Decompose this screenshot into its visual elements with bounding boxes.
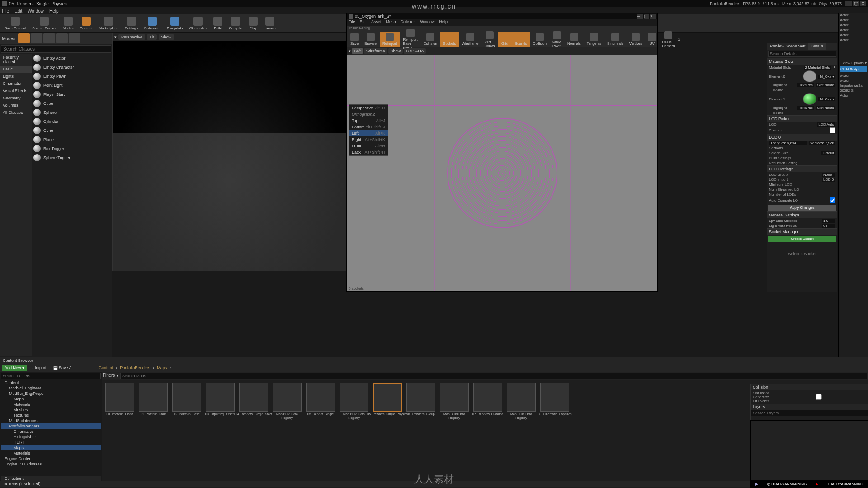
tb-compile[interactable]: Compile	[226, 16, 245, 31]
view-front[interactable]: FrontAlt+H	[349, 143, 388, 149]
asset-item[interactable]: 06_Renders_Group	[406, 383, 436, 416]
tb-marketplace[interactable]: Marketplace	[96, 16, 122, 31]
mat-ref-0[interactable]: M_Oxy ▾	[818, 75, 835, 79]
me-tb-uv[interactable]: UV	[645, 32, 659, 47]
level-viewport[interactable]: ▾ Perspective Lit Show	[112, 33, 346, 271]
asset-item[interactable]: Map Build Data Registry	[439, 383, 470, 419]
outliner-row[interactable]: ImportanceSa	[839, 83, 868, 88]
cat-volumes[interactable]: Volumes	[0, 102, 32, 109]
mesh-viewport[interactable]: PerspectiveAlt+G Orthographic TopAlt+J B…	[347, 55, 657, 291]
me-tb-resetcam[interactable]: Reset Camera	[659, 30, 677, 49]
search-maps-input[interactable]	[120, 373, 867, 379]
lod-picker-dropdown[interactable]: LOD Auto	[817, 122, 835, 127]
tb-cinematics[interactable]: Cinematics	[187, 16, 210, 31]
actor-boxtrigger[interactable]: Box Trigger	[32, 144, 112, 153]
actor-empty[interactable]: Empty Actor	[32, 54, 112, 63]
me-tb-collision2[interactable]: Collision	[530, 32, 549, 47]
me-tb-save[interactable]: Save	[348, 32, 361, 47]
asset-item[interactable]: Map Build Data Registry	[272, 383, 302, 419]
mode-landscape-icon[interactable]	[43, 33, 55, 43]
me-tb-vertices[interactable]: Vertices	[627, 32, 645, 47]
asset-item[interactable]: 07_Renders_Diorama	[472, 383, 503, 416]
sim-hit-checkbox[interactable]	[771, 394, 866, 400]
me-tb-tangents[interactable]: Tangents	[584, 32, 604, 47]
collections-header[interactable]: Collections	[1, 476, 101, 481]
me-tb-vertcolors[interactable]: Vert Colors	[481, 30, 497, 49]
mat-thumb-1[interactable]	[803, 93, 816, 105]
viewport-scene[interactable]	[113, 41, 346, 271]
tree-item[interactable]: Materials	[1, 402, 101, 407]
me-tb-reimportbase[interactable]: Reimport Base Mesh	[400, 28, 420, 51]
tree-item[interactable]: ModSci_EngiProps	[1, 391, 101, 396]
view-right[interactable]: RightAlt+Shift+K	[349, 136, 388, 143]
outliner-row[interactable]: Actor	[839, 18, 868, 23]
add-slot-icon[interactable]: +	[833, 65, 835, 70]
actor-cube[interactable]: Cube	[32, 99, 112, 108]
actor-plane[interactable]: Plane	[32, 135, 112, 144]
view-back[interactable]: BackAlt+Shift+H	[349, 149, 388, 155]
breadcrumb[interactable]: Content	[99, 366, 113, 370]
tree-item[interactable]: HDRI	[1, 440, 101, 445]
tree-item[interactable]: Textures	[1, 413, 101, 418]
tree-item[interactable]: Cinematics	[1, 429, 101, 434]
menu-help[interactable]: Help	[49, 9, 59, 14]
section-lod-picker[interactable]: LOD Picker	[767, 116, 837, 122]
me-tb-collision[interactable]: Collision	[421, 32, 440, 47]
filters-button[interactable]: Filters ▾	[103, 373, 118, 379]
menu-edit[interactable]: Edit	[14, 9, 22, 14]
me-menu-help[interactable]: Help	[439, 19, 448, 26]
tree-item[interactable]: Meshes	[1, 407, 101, 413]
lod-custom-checkbox[interactable]	[830, 127, 835, 133]
me-vp-show[interactable]: Show	[388, 48, 403, 54]
me-tb-browse[interactable]: Browse	[362, 32, 379, 47]
view-top[interactable]: TopAlt+J	[349, 117, 388, 124]
apply-changes-button[interactable]: Apply Changes	[768, 205, 836, 211]
details-search[interactable]	[768, 51, 836, 57]
actor-spheretrigger[interactable]: Sphere Trigger	[32, 153, 112, 162]
layers-header[interactable]: Layers	[751, 404, 868, 410]
actor-sphere[interactable]: Sphere	[32, 108, 112, 117]
close-button[interactable]: ×	[860, 1, 866, 6]
me-vp-lodauto[interactable]: LOD Auto	[404, 48, 426, 54]
save-all-button[interactable]: 💾 Save All	[51, 366, 75, 370]
cat-recent[interactable]: Recently Placed	[0, 54, 32, 66]
search-classes-input[interactable]	[1, 45, 111, 53]
vp-dropdown-icon[interactable]: ▾	[114, 35, 117, 39]
mat-thumb-0[interactable]	[803, 70, 816, 82]
add-new-button[interactable]: Add New ▾	[2, 365, 27, 371]
me-min[interactable]: –	[637, 14, 643, 19]
create-socket-button[interactable]: Create Socket	[768, 236, 836, 242]
asset-item[interactable]: 01_Portfolio_Start	[138, 383, 169, 416]
section-general[interactable]: General Settings	[767, 212, 837, 218]
outliner-row[interactable]: Actor	[839, 23, 868, 28]
vp-show[interactable]: Show	[159, 34, 175, 40]
view-options[interactable]: View Options ▾	[839, 61, 868, 66]
breadcrumb[interactable]: Maps	[157, 366, 167, 370]
me-close[interactable]: ×	[650, 14, 656, 19]
actor-character[interactable]: Empty Character	[32, 63, 112, 72]
nav-fwd-icon[interactable]: →	[89, 366, 96, 370]
asset-item[interactable]: 04_Renders_Single_Start	[238, 383, 269, 416]
actor-cone[interactable]: Cone	[32, 126, 112, 135]
add-script-button[interactable]: t/Add Script	[840, 66, 867, 72]
section-material-slots[interactable]: Material Slots	[767, 58, 837, 65]
me-menu-mesh[interactable]: Mesh	[386, 19, 396, 26]
me-menu-edit[interactable]: Edit	[360, 19, 367, 26]
outliner-row[interactable]: Actor	[839, 33, 868, 38]
me-tb-bounds[interactable]: Bounds	[512, 32, 530, 47]
tb-datasmith[interactable]: Datasmith	[142, 16, 163, 31]
outliner-row[interactable]: tActor	[839, 78, 868, 83]
section-lod0[interactable]: LOD 0	[767, 134, 837, 141]
tb-sourcecontrol[interactable]: Source Control	[29, 16, 59, 31]
maximize-button[interactable]: ▢	[853, 1, 859, 6]
tab-details[interactable]: Details	[808, 43, 826, 50]
lod-group-dropdown[interactable]: None	[822, 173, 835, 177]
cat-all[interactable]: All Classes	[0, 109, 32, 116]
asset-item[interactable]: 00_Portfolio_Blank	[104, 383, 135, 416]
asset-item[interactable]: 05_Render_Single	[305, 383, 336, 416]
asset-item[interactable]: 03_Importing_Assets	[205, 383, 236, 416]
view-bottom[interactable]: BottomAlt+Shift+J	[349, 124, 388, 130]
asset-item[interactable]: Map Build Data Registry	[339, 383, 369, 419]
cat-vfx[interactable]: Visual Effects	[0, 87, 32, 94]
minimize-button[interactable]: –	[845, 1, 852, 6]
